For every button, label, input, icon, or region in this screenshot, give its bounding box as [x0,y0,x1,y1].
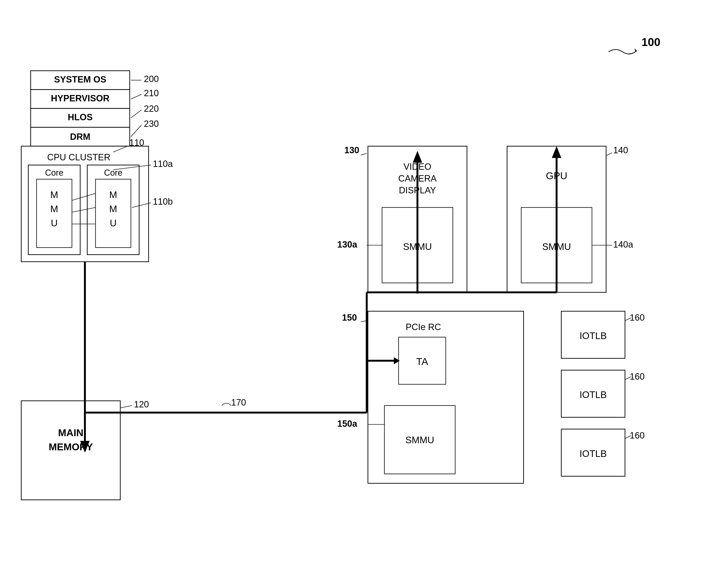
pcie-label: PCIe RC [406,322,441,332]
ref-200: 200 [144,74,159,84]
iotlb2-label: IOTLB [580,390,607,400]
mmu1-m1: M [50,190,58,200]
pcie-smmu-label: SMMU [405,435,434,445]
iotlb1-label: IOTLB [580,331,607,341]
iotlb3-label: IOTLB [580,448,607,459]
drm-label: DRM [70,132,90,142]
ref-130: 130 [344,145,359,155]
ta-label: TA [416,356,428,367]
mmu2-m2: M [109,204,117,214]
ref-210: 210 [144,88,159,98]
architecture-diagram: 100 SYSTEM OS HYPERVISOR HLOS DRM 200 21… [0,0,712,588]
system-os-label: SYSTEM OS [54,75,106,84]
ref-160-2: 160 [630,372,645,381]
ref-220: 220 [144,104,159,114]
core1-label: Core [45,168,63,177]
ref-150: 150 [342,313,357,322]
ref-130a: 130a [337,239,357,249]
diagram-container: 100 SYSTEM OS HYPERVISOR HLOS DRM 200 21… [0,0,712,588]
ref-110b: 110b [153,197,173,207]
ref-150a: 150a [337,419,357,428]
ref-110a: 110a [153,159,173,169]
hlos-label: HLOS [68,112,93,122]
mmu2-u: U [110,218,117,228]
mmu1-m2: M [50,204,58,214]
mmu1-u: U [51,218,58,228]
ref-170: 170 [231,398,246,407]
ref-140a: 140a [613,239,633,249]
cpu-cluster-label: CPU CLUSTER [47,152,110,162]
ref-120: 120 [134,399,149,409]
mmu2-m1: M [109,190,117,200]
core2-label: Core [104,168,122,177]
ref-160-3: 160 [630,430,645,440]
main-memory-label1: MAIN [58,427,83,438]
ref-230: 230 [144,119,159,129]
hypervisor-label: HYPERVISOR [51,93,109,103]
ref-110: 110 [129,138,144,148]
ref-160-1: 160 [630,313,645,322]
ref-140: 140 [613,145,628,155]
ref-100: 100 [642,36,661,48]
